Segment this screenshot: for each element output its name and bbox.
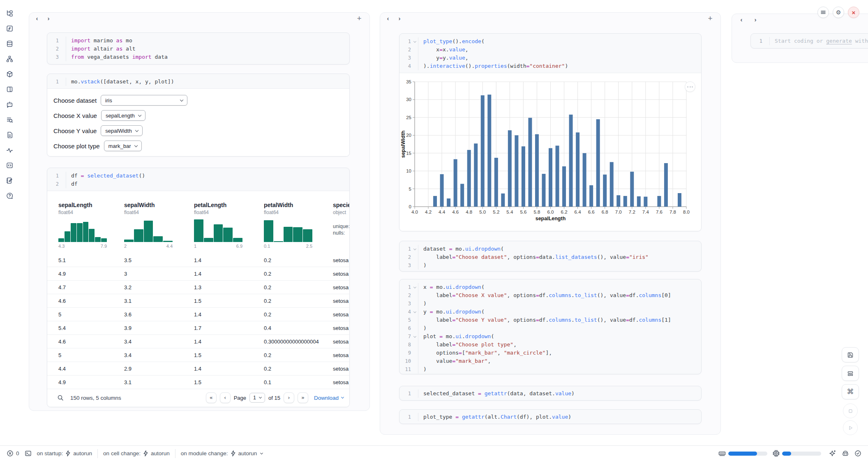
histogram-bar [65,231,70,242]
column-middle-next-icon[interactable]: › [395,15,404,22]
code-snippet-icon[interactable] [6,162,13,169]
code-line: 1 Start coding or generate with [751,37,868,45]
svg-text:6.8: 6.8 [602,210,608,214]
control-label: Choose plot type [53,143,100,150]
chat-bot-icon[interactable] [6,101,13,108]
line-number: 4 [399,308,413,316]
column-left-prev-icon[interactable]: ‹ [32,15,42,22]
line-number: 3 [399,300,413,308]
line-number: 2 [47,45,60,53]
scratch-editor[interactable]: 1 Start coding or generate with [751,34,868,48]
search-icon[interactable] [57,394,64,401]
dependency-graph-icon[interactable] [6,55,13,62]
code-editor[interactable]: 1import marimo as mo2import altair as al… [47,33,349,64]
dropdown-select[interactable]: sepalLength [101,110,145,121]
table-column-header[interactable]: sepalWidthfloat6424.4 [124,202,194,249]
histogram-bar [95,237,101,242]
cpu-icon [773,450,780,457]
table-column-header[interactable]: petalWidthfloat640.12.5 [264,202,333,249]
chevron-down-icon [341,396,344,399]
column-histogram [58,218,107,242]
close-button[interactable]: × [848,7,859,18]
column-middle-prev-icon[interactable]: ‹ [383,15,392,22]
code-editor[interactable]: 1plot_type = getattr(alt.Chart(df), plot… [399,410,701,424]
table-header: sepalLengthfloat644.37.9sepalWidthfloat6… [47,191,349,249]
page-select[interactable]: 1 [249,393,265,403]
copilot-button[interactable] [842,450,849,457]
column-right-next-icon[interactable]: › [751,16,760,23]
cell-vstack: 1mo.vstack([dataset, x, y, plot]) Choose… [47,74,350,157]
connection-status-button[interactable] [854,450,861,457]
chart-menu-button[interactable] [685,81,695,92]
table-column-header[interactable]: speciesobjectunique:nulls: [333,202,349,249]
first-page-button[interactable]: « [206,392,217,403]
bar-chart[interactable]: 4.04.24.44.64.85.05.25.45.65.86.06.26.46… [399,73,701,231]
autorun-toggle[interactable]: on module change:autorun [181,450,263,456]
code-editor[interactable]: 1plot_type().encode(2 x=x.value,3 y=y.va… [399,34,701,73]
table-cell: 0.2 [264,311,333,318]
column-left-next-icon[interactable]: › [44,15,53,22]
dropdown-select[interactable]: mark_bar [104,141,142,151]
next-page-button[interactable]: › [284,392,294,403]
save-button[interactable] [842,347,859,362]
add-cell-button[interactable]: + [706,14,715,23]
terminal-button[interactable] [25,450,32,457]
histogram-bar [214,224,223,242]
cell-plot-type: 1plot_type = getattr(alt.Chart(df), plot… [399,409,702,424]
histogram-bar [264,220,273,242]
table-column-header[interactable]: petalLengthfloat6416.9 [194,202,264,249]
table-row: 4.63.11.50.2setosa [47,294,349,308]
generate-link[interactable]: generate [826,38,852,44]
table-row: 53.61.40.2setosa [47,308,349,321]
code-editor[interactable]: 1x = mo.ui.dropdown(2 label="Choose X va… [399,279,701,374]
code-editor[interactable]: 1selected_dataset = getattr(data, datase… [399,386,701,401]
function-square-icon[interactable] [6,25,13,32]
script-icon[interactable] [6,86,13,93]
histogram-bar [223,228,233,242]
help-icon[interactable] [6,192,13,199]
lightning-icon [65,450,71,456]
stop-button[interactable] [843,403,858,418]
table-footer: 150 rows, 5 columns « ‹ Page 1 of 15 › »… [47,389,349,407]
download-button[interactable]: Download [314,395,344,401]
histogram-bar [163,241,173,242]
table-column-header[interactable]: sepalLengthfloat644.37.9 [58,202,124,249]
placeholder-text: Start coding or [775,38,826,44]
svg-text:20: 20 [406,133,411,138]
scratchpad-icon[interactable] [6,177,13,184]
table-cell: 1.5 [194,352,264,358]
layout-button[interactable] [842,366,859,381]
histogram-bar [204,238,213,242]
error-count-button[interactable]: 0 [7,450,19,457]
prev-page-button[interactable]: ‹ [220,392,231,403]
profiler-icon[interactable] [6,147,13,154]
package-icon[interactable] [6,71,13,78]
ai-button[interactable] [829,450,836,457]
code-editor[interactable]: 1dataset = mo.ui.dropdown(2 label="Choos… [399,241,701,272]
documentation-icon[interactable] [6,131,13,138]
table-cell: 1.4 [194,257,264,263]
settings-button[interactable]: ⚙ [833,7,844,18]
autorun-toggle[interactable]: on startup:autorun [37,450,92,456]
svg-text:6.0: 6.0 [547,210,554,214]
code-editor[interactable]: 1mo.vstack([dataset, x, y, plot]) [47,74,349,88]
dropdown-select[interactable]: iris [101,95,187,106]
database-icon[interactable] [6,40,13,47]
command-palette-button[interactable]: ⌘ [842,384,859,399]
menu-button[interactable] [817,7,829,18]
column-histogram [194,218,242,242]
svg-text:5.2: 5.2 [493,210,499,214]
add-cell-button[interactable]: + [355,14,364,23]
autorun-toggle[interactable]: on cell change:autorun [103,450,170,456]
file-tree-icon[interactable] [6,10,13,17]
code-editor[interactable]: 1df = selected_dataset()2df [47,168,349,191]
logs-search-icon[interactable] [6,116,13,123]
column-right-prev-icon[interactable]: ‹ [737,16,746,23]
dropdown-select[interactable]: sepalWidth [101,125,142,136]
sidebar [0,0,19,436]
table-row: 4.93.11.50.1setosa [47,376,349,389]
cell-imports: 1import marimo as mo2import altair as al… [47,32,350,65]
last-page-button[interactable]: » [298,392,308,403]
play-icon [847,425,854,431]
run-button[interactable] [843,420,858,435]
